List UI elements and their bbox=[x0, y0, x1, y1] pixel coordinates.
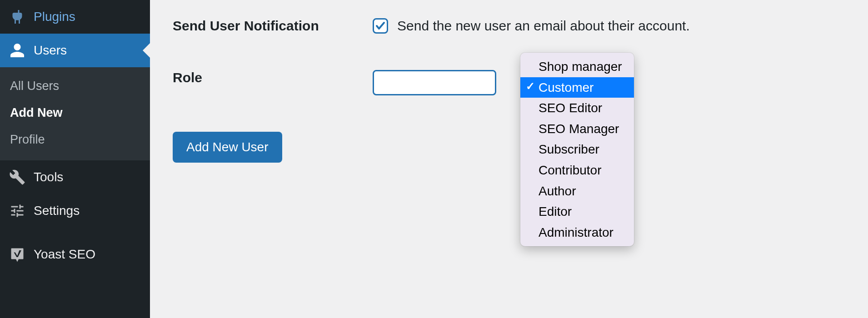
form-row-role: Role bbox=[173, 70, 845, 95]
sidebar-item-yoast-seo[interactable]: Yoast SEO bbox=[0, 238, 150, 271]
role-option-seo-manager[interactable]: SEO Manager bbox=[520, 119, 634, 139]
submit-row: Add New User bbox=[173, 132, 845, 163]
sidebar-submenu: All Users Add New Profile bbox=[0, 67, 150, 160]
yoast-icon bbox=[9, 246, 25, 263]
sidebar-item-label: Plugins bbox=[34, 10, 75, 24]
role-option-seo-editor[interactable]: SEO Editor bbox=[520, 98, 634, 119]
role-option-author[interactable]: Author bbox=[520, 181, 634, 202]
add-new-user-button[interactable]: Add New User bbox=[173, 132, 282, 163]
role-label: Role bbox=[173, 70, 373, 85]
sidebar-item-label: Settings bbox=[34, 204, 80, 218]
form-row-notification: Send User Notification Send the new user… bbox=[173, 18, 845, 34]
role-control bbox=[373, 70, 496, 95]
sidebar-subitem-all-users[interactable]: All Users bbox=[0, 73, 150, 99]
sidebar-item-plugins[interactable]: Plugins bbox=[0, 0, 150, 34]
notification-checkbox[interactable] bbox=[373, 18, 388, 34]
role-dropdown: Shop manager Customer SEO Editor SEO Man… bbox=[520, 53, 634, 246]
role-option-customer[interactable]: Customer bbox=[520, 77, 634, 98]
sidebar-item-settings[interactable]: Settings bbox=[0, 194, 150, 228]
notification-label: Send User Notification bbox=[173, 18, 373, 34]
role-option-editor[interactable]: Editor bbox=[520, 201, 634, 222]
role-option-administrator[interactable]: Administrator bbox=[520, 222, 634, 243]
user-icon bbox=[9, 42, 25, 59]
role-option-contributor[interactable]: Contributor bbox=[520, 160, 634, 181]
admin-sidebar: Plugins Users All Users Add New Profile … bbox=[0, 0, 150, 318]
notification-checkbox-label[interactable]: Send the new user an email about their a… bbox=[397, 18, 690, 34]
sidebar-item-users[interactable]: Users bbox=[0, 34, 150, 67]
sidebar-subitem-add-new[interactable]: Add New bbox=[0, 99, 150, 126]
sidebar-item-label: Users bbox=[34, 43, 67, 58]
sidebar-separator bbox=[0, 228, 150, 238]
main-content: Send User Notification Send the new user… bbox=[150, 0, 868, 318]
plug-icon bbox=[9, 9, 25, 25]
role-option-subscriber[interactable]: Subscriber bbox=[520, 139, 634, 160]
notification-control: Send the new user an email about their a… bbox=[373, 18, 690, 34]
role-select[interactable] bbox=[373, 70, 496, 95]
sidebar-item-label: Tools bbox=[34, 170, 63, 184]
check-icon bbox=[375, 20, 386, 31]
sliders-icon bbox=[9, 203, 25, 219]
sidebar-subitem-profile[interactable]: Profile bbox=[0, 126, 150, 153]
wrench-icon bbox=[9, 169, 25, 185]
role-option-shop-manager[interactable]: Shop manager bbox=[520, 56, 634, 77]
sidebar-item-label: Yoast SEO bbox=[34, 247, 95, 262]
sidebar-item-tools[interactable]: Tools bbox=[0, 160, 150, 194]
